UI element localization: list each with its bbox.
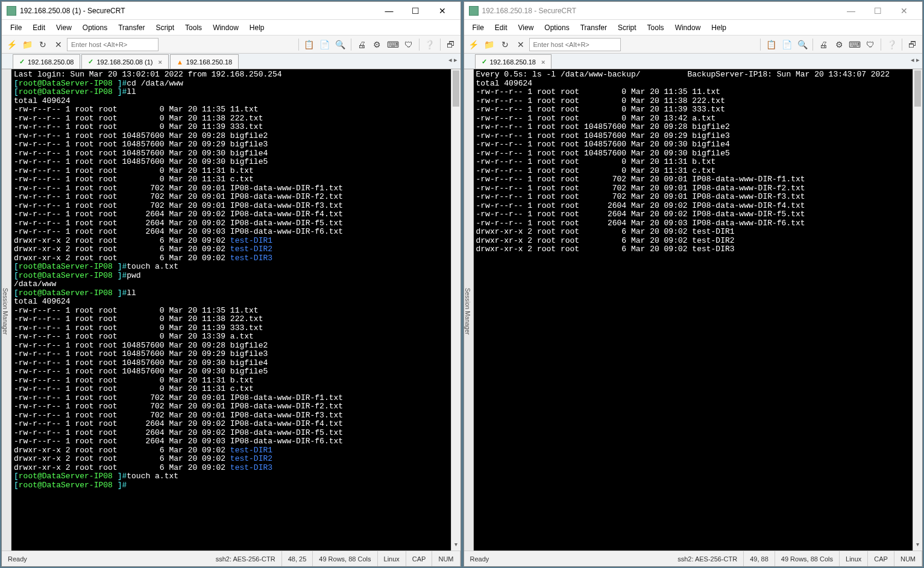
term-text: -rw-r--r-- 1 root root 0 Mar 20 11:39 33… (14, 122, 263, 131)
term-text: -rw-r--r-- 1 root root 702 Mar 20 09:01 … (14, 201, 343, 210)
terminal[interactable]: Last login: Sun Mar 20 13:02:01 2022 fro… (11, 69, 451, 551)
titlebar[interactable]: 192.168.250.08 (1) - SecureCRT — ☐ ✕ (2, 2, 460, 20)
menu-window[interactable]: Window (670, 22, 706, 34)
terminal-wrap: Session Manager Last login: Sun Mar 20 1… (2, 69, 460, 551)
term-text: [ (14, 271, 19, 280)
term-text: Last login: Sun Mar 20 13:02:01 2022 fro… (14, 70, 282, 79)
close-button[interactable]: ✕ (891, 2, 917, 19)
menu-tools[interactable]: Tools (643, 22, 669, 34)
menu-transfer[interactable]: Transfer (113, 22, 149, 34)
toolbar-button-11[interactable]: ⌨ (386, 37, 400, 52)
menu-script[interactable]: Script (613, 22, 641, 34)
session-manager-tab[interactable]: Session Manager (2, 69, 11, 551)
toolbar: ⚡📁↻✕📋📄🔍🖨⚙⌨🛡❔🗗 (2, 36, 460, 54)
menu-view[interactable]: View (51, 22, 77, 34)
terminal[interactable]: Every 0.5s: ls -l /data/www-backup/ Back… (474, 69, 913, 551)
minimize-button[interactable]: — (376, 2, 403, 19)
term-text: [ (14, 481, 19, 490)
toolbar-button-12[interactable]: 🛡 (863, 37, 878, 52)
toolbar-button-9[interactable]: 🖨 (354, 37, 369, 52)
term-text: -rw-r--r-- 1 root root 702 Mar 20 09:01 … (14, 184, 343, 193)
menu-options[interactable]: Options (78, 22, 112, 34)
toolbar-button-7[interactable]: 🔍 (333, 37, 348, 52)
status-rowcol: 49 Rows, 88 Cols (313, 551, 377, 566)
toolbar-button-5[interactable]: 📋 (764, 37, 778, 52)
status-ready: Ready (464, 551, 672, 566)
toolbar-button-3[interactable]: ✕ (514, 37, 528, 52)
toolbar-button-3[interactable]: ✕ (51, 37, 66, 52)
menu-transfer[interactable]: Transfer (576, 22, 612, 34)
session-tab-0[interactable]: ✓192.168.250.18× (475, 54, 552, 69)
scroll-thumb[interactable] (453, 70, 459, 107)
maximize-button[interactable]: ☐ (864, 2, 891, 19)
term-text: -rw-r--r-- 1 root root 0 Mar 20 11:35 11… (476, 87, 721, 96)
menu-script[interactable]: Script (151, 22, 179, 34)
close-button[interactable]: ✕ (429, 2, 456, 19)
maximize-button[interactable]: ☐ (403, 2, 429, 19)
toolbar-button-0[interactable]: ⚡ (4, 37, 19, 52)
scroll-down-icon[interactable]: ▾ (451, 541, 460, 551)
toolbar-separator (812, 39, 813, 51)
term-text: -rw-r--r-- 1 root root 2604 Mar 20 09:02… (14, 210, 343, 219)
host-input[interactable] (529, 38, 621, 51)
scroll-down-icon[interactable]: ▾ (913, 541, 922, 551)
toolbar-button-14[interactable]: ❔ (884, 37, 899, 52)
tab-close-icon[interactable]: × (541, 58, 545, 66)
session-manager-tab[interactable]: Session Manager (464, 69, 474, 551)
toolbar-button-7[interactable]: 🔍 (795, 37, 809, 52)
menu-tools[interactable]: Tools (180, 22, 207, 34)
toolbar-button-2[interactable]: ↻ (36, 37, 50, 52)
tab-label: 192.168.250.08 (1) (96, 58, 152, 66)
toolbar-button-2[interactable]: ↻ (498, 37, 512, 52)
toolbar-button-11[interactable]: ⌨ (847, 37, 862, 52)
term-text: -rw-r--r-- 1 root root 0 Mar 20 11:31 c.… (476, 166, 716, 175)
term-text: ]# (118, 87, 127, 96)
tab-close-icon[interactable]: × (158, 58, 162, 66)
menu-file[interactable]: File (5, 22, 27, 34)
terminal-wrap: Session Manager Every 0.5s: ls -l /data/… (464, 69, 923, 551)
menu-help[interactable]: Help (706, 22, 731, 34)
menu-file[interactable]: File (468, 22, 489, 34)
term-text: touch a.txt (127, 262, 178, 271)
scrollbar[interactable]: ▴ ▾ (913, 69, 922, 551)
session-tab-1[interactable]: ✓192.168.250.08 (1)× (81, 54, 168, 69)
term-text: [ (14, 472, 19, 481)
term-text: ]# (118, 289, 127, 298)
toolbar-button-12[interactable]: 🛡 (401, 37, 416, 52)
toolbar-button-16[interactable]: 🗗 (905, 37, 920, 52)
tab-nav-arrows[interactable]: ◂ ▸ (911, 56, 920, 64)
toolbar-button-6[interactable]: 📄 (779, 37, 794, 52)
scroll-thumb[interactable] (914, 70, 921, 107)
toolbar-button-1[interactable]: 📁 (482, 37, 497, 52)
menu-view[interactable]: View (514, 22, 539, 34)
toolbar-button-0[interactable]: ⚡ (467, 37, 481, 52)
menu-edit[interactable]: Edit (490, 22, 512, 34)
tab-nav-arrows[interactable]: ◂ ▸ (448, 56, 457, 64)
term-text: -rw-r--r-- 1 root root 0 Mar 20 11:31 b.… (14, 376, 254, 385)
status-rowcol: 49 Rows, 88 Cols (775, 551, 840, 566)
term-text: drwxr-xr-x 2 root root 6 Mar 20 09:02 (14, 454, 230, 463)
toolbar-button-5[interactable]: 📋 (302, 37, 316, 52)
menu-options[interactable]: Options (539, 22, 574, 34)
status-ready: Ready (2, 551, 210, 566)
toolbar-button-16[interactable]: 🗗 (444, 37, 458, 52)
minimize-button[interactable]: — (838, 2, 864, 19)
toolbar-button-14[interactable]: ❔ (423, 37, 437, 52)
menu-window[interactable]: Window (208, 22, 244, 34)
titlebar[interactable]: 192.168.250.18 - SecureCRT — ☐ ✕ (464, 2, 923, 20)
status-num: NUM (432, 551, 460, 566)
menu-edit[interactable]: Edit (28, 22, 50, 34)
session-tab-2[interactable]: ▲192.168.250.18 (170, 54, 239, 69)
tabbar: ✓192.168.250.18×◂ ▸ (464, 54, 923, 69)
host-input[interactable] (67, 38, 159, 51)
scrollbar[interactable]: ▴ ▾ (451, 69, 460, 551)
session-tab-0[interactable]: ✓192.168.250.08 (13, 54, 80, 69)
term-text: -rw-r--r-- 1 root root 0 Mar 20 11:39 33… (14, 323, 263, 332)
toolbar-button-9[interactable]: 🖨 (816, 37, 831, 52)
toolbar-button-1[interactable]: 📁 (20, 37, 34, 52)
toolbar-button-10[interactable]: ⚙ (370, 37, 385, 52)
toolbar-separator (902, 39, 902, 51)
toolbar-button-6[interactable]: 📄 (318, 37, 332, 52)
toolbar-button-10[interactable]: ⚙ (832, 37, 846, 52)
menu-help[interactable]: Help (245, 22, 269, 34)
